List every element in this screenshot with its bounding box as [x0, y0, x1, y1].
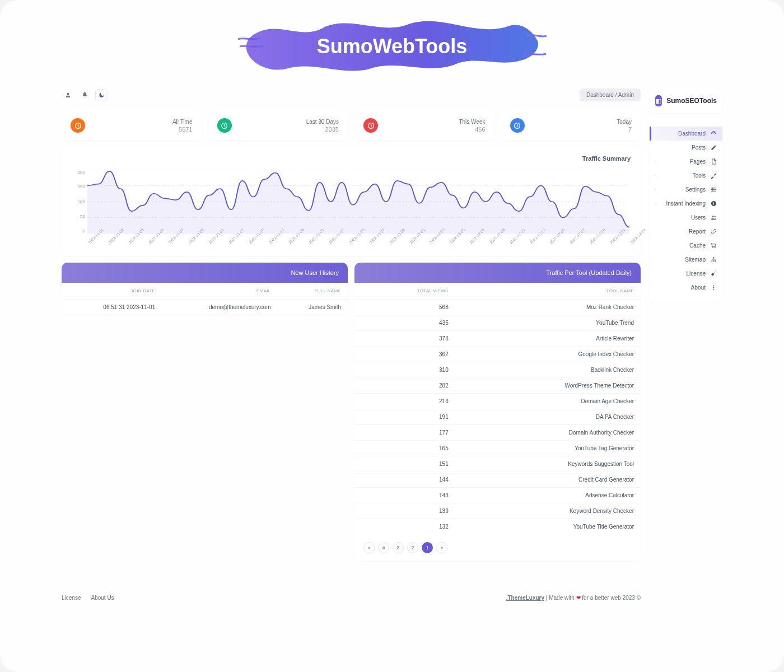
- moon-icon[interactable]: [95, 89, 108, 101]
- page-button[interactable]: 3: [393, 542, 404, 553]
- stat-value: 7: [617, 126, 632, 133]
- stat-icon: [363, 118, 378, 133]
- table-row: 165YouTube Tag Generator: [354, 441, 641, 456]
- chart-title: Traffic Summary: [62, 147, 641, 170]
- stat-card: This Week 466: [354, 110, 494, 141]
- chevron-right-icon: ›: [654, 159, 656, 164]
- traffic-per-tool-title: Traffic Per Tool (Updated Daily): [354, 263, 641, 283]
- page-button[interactable]: 1: [422, 542, 433, 553]
- sidebar-item-cache[interactable]: Cache: [650, 239, 722, 253]
- sidebar-item-label: About: [691, 284, 706, 291]
- brand-logo-icon: ◧: [655, 95, 662, 106]
- sidebar-menu: DashboardPosts›Pages›Tools›Settings›Inst…: [650, 120, 722, 304]
- table-row: 362Google Index Checker: [354, 347, 641, 362]
- sidebar-brand[interactable]: ◧ SumoSEOTools: [650, 88, 722, 113]
- table-row: 139Keyword Density Checker: [354, 503, 641, 519]
- footer-credit: .ThemeLuxury | Made with ❤ for a better …: [506, 595, 641, 601]
- table-row: 06:51:31 2023-11-01demo@themeluxury.comJ…: [62, 300, 348, 315]
- svg-point-16: [712, 216, 713, 217]
- stat-icon: [71, 118, 85, 133]
- tools-icon: [710, 172, 717, 179]
- pagination: «4321»: [354, 534, 641, 561]
- svg-point-0: [67, 93, 69, 95]
- svg-rect-20: [713, 257, 714, 258]
- stat-card: All Time 5571: [62, 110, 202, 141]
- sidebar-item-label: Pages: [690, 158, 706, 165]
- svg-point-11: [714, 189, 715, 190]
- stat-value: 2035: [306, 126, 339, 133]
- breadcrumb-parent[interactable]: Dashboard: [586, 92, 614, 98]
- bell-icon[interactable]: [78, 89, 91, 101]
- svg-rect-23: [715, 260, 716, 262]
- sidebar-item-pages[interactable]: ›Pages: [650, 155, 722, 169]
- stat-card: Last 30 Days 2035: [208, 110, 348, 141]
- stat-value: 5571: [172, 126, 193, 133]
- user-history-table: JOIN DATE EMAIL FULL NAME 06:51:31 2023-…: [62, 283, 348, 315]
- more-icon: [710, 284, 717, 291]
- sidebar-item-label: Dashboard: [678, 130, 706, 137]
- sidebar-item-settings[interactable]: ›Settings: [650, 183, 722, 197]
- sitemap-icon: [710, 256, 717, 263]
- chart-y-labels: 200150100500: [71, 170, 85, 234]
- table-row: 378Article Rewriter: [354, 331, 641, 347]
- stat-icon: [510, 118, 525, 133]
- key-icon: [710, 270, 717, 277]
- info-icon: [710, 200, 717, 207]
- link-icon: [710, 228, 717, 235]
- user-icon[interactable]: [62, 89, 74, 101]
- banner-title: SumoWebTools: [317, 35, 468, 58]
- stat-label: Today: [617, 119, 632, 125]
- sidebar-item-report[interactable]: Report: [650, 225, 722, 239]
- pencil-icon: [710, 144, 717, 151]
- page-button[interactable]: 2: [407, 542, 418, 553]
- page-button[interactable]: »: [436, 542, 447, 553]
- col-tool-name: TOOL NAME: [455, 283, 641, 300]
- sidebar-item-label: Users: [691, 214, 706, 221]
- sliders-icon: [710, 186, 717, 193]
- sidebar-item-label: Instant Indexing: [666, 200, 706, 207]
- table-row: 282WordPress Theme Detector: [354, 378, 641, 394]
- footer-license-link[interactable]: License: [62, 595, 81, 601]
- user-history-card: New User History JOIN DATE EMAIL FULL NA…: [62, 263, 348, 315]
- svg-rect-14: [713, 203, 714, 205]
- chevron-right-icon: ›: [654, 201, 656, 206]
- col-full-name: FULL NAME: [278, 283, 348, 300]
- sidebar-item-instant-indexing[interactable]: ›Instant Indexing: [650, 197, 722, 211]
- stat-label: Last 30 Days: [306, 119, 339, 125]
- sidebar-item-label: Cache: [689, 242, 706, 249]
- col-join-date: JOIN DATE: [62, 283, 162, 300]
- banner: SumoWebTools: [0, 0, 784, 88]
- table-row: 191DA PA Checker: [354, 409, 641, 425]
- chart-area: [87, 170, 629, 234]
- stat-value: 466: [459, 126, 485, 133]
- cart-icon: [710, 242, 717, 249]
- sidebar-item-posts[interactable]: Posts: [650, 141, 722, 155]
- user-history-title: New User History: [62, 263, 348, 283]
- file-icon: [710, 158, 717, 165]
- sidebar-item-dashboard[interactable]: Dashboard: [650, 127, 722, 141]
- page-button[interactable]: «: [363, 542, 375, 553]
- chart-x-labels: 2022-11-012022-11-022022-11-032022-11-05…: [87, 242, 629, 246]
- sidebar-item-about[interactable]: About: [650, 281, 722, 295]
- svg-point-19: [715, 247, 715, 248]
- stat-card: Today 7: [501, 110, 641, 141]
- svg-point-27: [713, 289, 714, 290]
- breadcrumb-current: Admin: [618, 92, 634, 98]
- sidebar-item-users[interactable]: Users: [650, 211, 722, 225]
- table-row: 132YouTube Title Generator: [354, 519, 641, 535]
- table-row: 144Credit Card Generator: [354, 472, 641, 488]
- svg-point-10: [712, 188, 713, 189]
- sidebar-item-tools[interactable]: ›Tools: [650, 169, 722, 183]
- page-button[interactable]: 4: [378, 542, 389, 553]
- users-icon: [710, 214, 717, 221]
- sidebar-item-license[interactable]: License: [650, 267, 722, 281]
- svg-point-12: [712, 190, 713, 192]
- svg-rect-21: [711, 260, 712, 262]
- svg-point-18: [712, 247, 713, 248]
- sidebar-item-label: Settings: [685, 186, 706, 193]
- table-row: 143Adsense Calculator: [354, 488, 641, 503]
- footer-about-link[interactable]: About Us: [91, 595, 114, 601]
- footer-brand[interactable]: .ThemeLuxury: [506, 595, 544, 601]
- sidebar-item-sitemap[interactable]: Sitemap: [650, 253, 722, 267]
- sidebar-item-label: Posts: [692, 144, 706, 151]
